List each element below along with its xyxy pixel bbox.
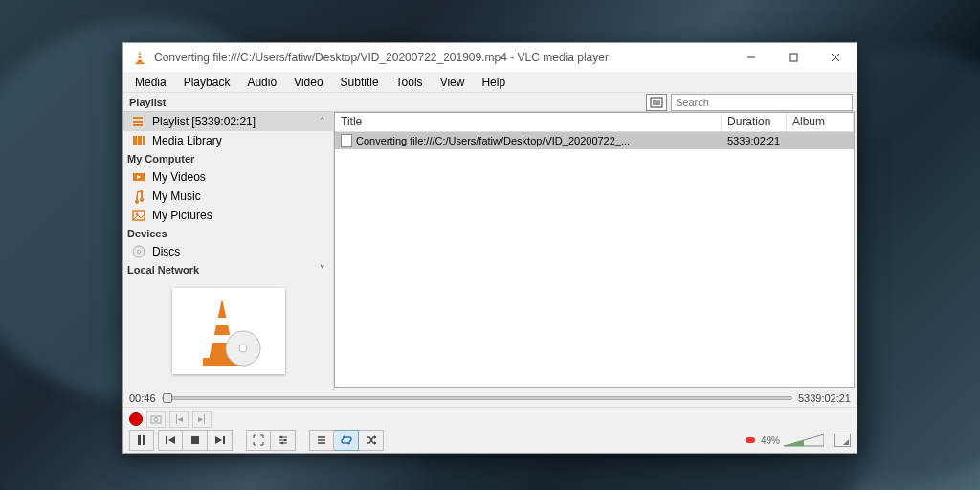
volume-percent: 49% bbox=[761, 435, 780, 446]
top-strip: Playlist bbox=[123, 93, 857, 112]
sidebar-item-playlist[interactable]: Playlist [5339:02:21] ˄ bbox=[123, 112, 333, 131]
menu-tools[interactable]: Tools bbox=[389, 74, 431, 91]
sidebar-item-label: My Videos bbox=[152, 170, 206, 184]
svg-marker-37 bbox=[215, 436, 222, 444]
time-elapsed[interactable]: 00:46 bbox=[129, 392, 156, 404]
svg-point-43 bbox=[283, 439, 286, 442]
column-title[interactable]: Title bbox=[335, 113, 722, 131]
column-album[interactable]: Album bbox=[787, 113, 854, 131]
svg-point-42 bbox=[279, 436, 282, 439]
menu-audio[interactable]: Audio bbox=[239, 74, 284, 91]
pictures-icon bbox=[131, 208, 146, 223]
time-total[interactable]: 5339:02:21 bbox=[798, 392, 851, 404]
svg-marker-35 bbox=[168, 436, 175, 444]
svg-point-31 bbox=[154, 417, 158, 421]
stop-button[interactable] bbox=[183, 430, 208, 451]
previous-button[interactable] bbox=[158, 430, 183, 451]
sidebar-item-label: Media Library bbox=[152, 134, 222, 147]
album-art-area bbox=[123, 278, 333, 378]
disc-icon bbox=[131, 244, 146, 259]
music-icon bbox=[131, 189, 146, 204]
chevron-up-icon: ˄ bbox=[320, 116, 329, 128]
svg-marker-51 bbox=[374, 441, 376, 445]
sidebar-item-my-music[interactable]: My Music bbox=[123, 187, 333, 206]
svg-rect-17 bbox=[143, 136, 145, 145]
menu-view[interactable]: View bbox=[433, 74, 473, 91]
resize-grip-icon[interactable] bbox=[834, 434, 851, 447]
chevron-down-icon: ˅ bbox=[320, 264, 329, 277]
fullscreen-button[interactable] bbox=[246, 430, 271, 451]
sidebar-header-my-computer[interactable]: My Computer bbox=[123, 150, 333, 167]
frame-step-button[interactable]: ▸| bbox=[192, 411, 212, 428]
seek-thumb[interactable] bbox=[163, 393, 172, 403]
media-library-icon bbox=[131, 133, 146, 148]
view-toggle-button[interactable] bbox=[646, 94, 667, 111]
sidebar-item-label: Discs bbox=[152, 245, 180, 258]
sidebar-header-local-network[interactable]: Local Network ˅ bbox=[123, 261, 333, 278]
playlist-label: Playlist bbox=[123, 97, 334, 108]
svg-rect-36 bbox=[191, 436, 199, 444]
sidebar-item-my-videos[interactable]: My Videos bbox=[123, 167, 333, 187]
svg-point-44 bbox=[280, 442, 283, 445]
album-art-thumbnail[interactable] bbox=[172, 288, 285, 374]
menu-help[interactable]: Help bbox=[474, 74, 513, 91]
titlebar[interactable]: Converting file:///C:/Users/fatiw/Deskto… bbox=[123, 43, 857, 72]
vlc-window: Converting file:///C:/Users/fatiw/Deskto… bbox=[122, 42, 858, 454]
search-input[interactable] bbox=[671, 94, 853, 111]
shuffle-button[interactable] bbox=[359, 430, 384, 451]
row-title: Converting file:///C:/Users/fatiw/Deskto… bbox=[356, 135, 630, 146]
sidebar-item-label: My Pictures bbox=[152, 209, 212, 222]
controls-bar: |◂ ▸| bbox=[123, 407, 857, 453]
vlc-cone-icon bbox=[131, 49, 148, 66]
sidebar-item-label: Playlist [5339:02:21] bbox=[152, 115, 256, 128]
playlist-toggle-button[interactable] bbox=[309, 430, 334, 451]
extended-settings-button[interactable] bbox=[271, 430, 296, 451]
svg-rect-16 bbox=[138, 136, 142, 145]
record-button[interactable] bbox=[129, 412, 143, 426]
playlist-view: Title Duration Album Converting file:///… bbox=[334, 112, 855, 388]
playlist-row[interactable]: Converting file:///C:/Users/fatiw/Deskto… bbox=[335, 132, 854, 149]
svg-rect-38 bbox=[223, 436, 225, 444]
menubar: Media Playback Audio Video Subtitle Tool… bbox=[123, 72, 857, 93]
frame-back-button[interactable]: |◂ bbox=[169, 411, 189, 428]
minimize-button[interactable] bbox=[730, 43, 772, 72]
recording-indicator-icon bbox=[746, 437, 755, 443]
row-duration: 5339:02:21 bbox=[722, 135, 787, 146]
svg-marker-50 bbox=[374, 435, 376, 439]
seek-bar-row: 00:46 5339:02:21 bbox=[123, 390, 857, 407]
svg-rect-34 bbox=[166, 436, 167, 444]
svg-rect-3 bbox=[136, 62, 145, 64]
window-title: Converting file:///C:/Users/fatiw/Deskto… bbox=[154, 51, 730, 64]
menu-subtitle[interactable]: Subtitle bbox=[333, 74, 387, 91]
sidebar-item-label: My Music bbox=[152, 189, 201, 203]
volume-slider[interactable] bbox=[784, 433, 824, 448]
playlist-icon bbox=[131, 114, 146, 129]
svg-rect-5 bbox=[790, 54, 797, 61]
svg-rect-33 bbox=[143, 435, 145, 445]
svg-rect-2 bbox=[138, 58, 143, 60]
sidebar-item-discs[interactable]: Discs bbox=[123, 242, 333, 261]
svg-rect-1 bbox=[138, 55, 141, 56]
svg-point-29 bbox=[239, 345, 247, 352]
menu-playback[interactable]: Playback bbox=[176, 74, 238, 91]
menu-video[interactable]: Video bbox=[286, 74, 330, 91]
seek-slider[interactable] bbox=[162, 396, 792, 400]
snapshot-button[interactable] bbox=[146, 411, 166, 428]
maximize-button[interactable] bbox=[772, 43, 814, 72]
close-button[interactable] bbox=[814, 43, 857, 72]
column-headers: Title Duration Album bbox=[335, 113, 854, 132]
column-duration[interactable]: Duration bbox=[722, 113, 787, 131]
sidebar-header-devices[interactable]: Devices bbox=[123, 225, 333, 242]
svg-rect-25 bbox=[215, 318, 229, 325]
svg-rect-15 bbox=[133, 136, 137, 145]
loop-button[interactable] bbox=[334, 430, 359, 451]
svg-point-23 bbox=[138, 251, 141, 254]
file-icon bbox=[341, 134, 352, 147]
sidebar-item-media-library[interactable]: Media Library bbox=[123, 131, 333, 150]
sidebar-item-my-pictures[interactable]: My Pictures bbox=[123, 206, 333, 225]
menu-media[interactable]: Media bbox=[127, 74, 174, 91]
next-button[interactable] bbox=[208, 430, 233, 451]
svg-rect-32 bbox=[138, 435, 141, 445]
sidebar: Playlist [5339:02:21] ˄ Media Library My… bbox=[123, 112, 334, 390]
pause-button[interactable] bbox=[129, 430, 154, 451]
